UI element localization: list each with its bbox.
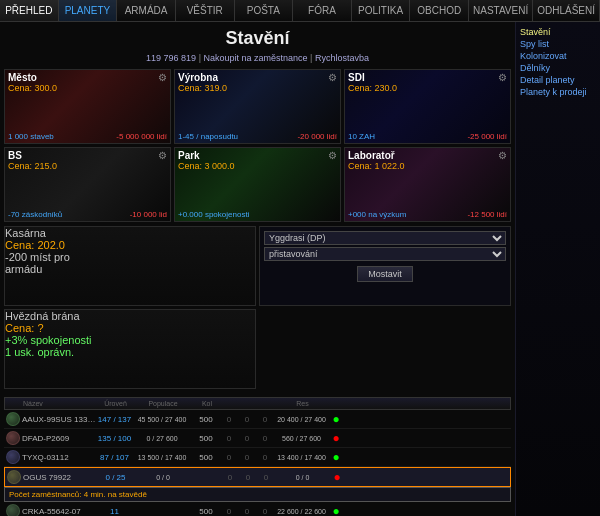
planet-z1: 0 bbox=[220, 507, 238, 516]
planet-icon bbox=[6, 431, 20, 445]
building-price: Cena: 1 022.0 bbox=[348, 161, 507, 171]
building-price: Cena: 230.0 bbox=[348, 83, 507, 93]
table-row[interactable]: OGUS 79922 0 / 25 0 / 0 0 0 0 0 / 0 ● bbox=[4, 467, 511, 487]
navigation-bar: PŘEHLEDPLANETYARMÁDAVĚŠTIRPOŠTAFÓRAPOLIT… bbox=[0, 0, 600, 22]
planet-status: ● bbox=[329, 450, 343, 464]
building-level: -70 záskodníků bbox=[8, 210, 62, 219]
planet-z2: 0 bbox=[238, 507, 256, 516]
sidebar-link-dělníky[interactable]: Dělníky bbox=[518, 62, 598, 74]
planet-icon bbox=[6, 504, 20, 516]
building-price: Cena: 3 000.0 bbox=[178, 161, 337, 171]
fast-build-link[interactable]: Rychlostavba bbox=[315, 53, 369, 63]
planet-status: ● bbox=[329, 504, 343, 516]
barracks-card[interactable]: Kasárna Cena: 202.0 -200 míst pro armádu bbox=[4, 226, 256, 306]
gate-card[interactable]: Hvězdná brána Cena: ? +3% spokojenosti 1… bbox=[4, 309, 256, 389]
sidebar-link-spy-list[interactable]: Spy list bbox=[518, 38, 598, 50]
building-level: +0.000 spokojenosti bbox=[178, 210, 249, 219]
building-level: 1 000 staveb bbox=[8, 132, 54, 141]
planet-name: DFAD-P2609 bbox=[22, 434, 97, 443]
nav-item-fóra[interactable]: FÓRA bbox=[293, 0, 352, 21]
planet-res: 20 400 / 27 400 bbox=[274, 416, 329, 423]
building-card-5[interactable]: Laboratoř Cena: 1 022.0 ⚙ +000 na výzkum… bbox=[344, 147, 511, 222]
planet-level: 135 / 100 bbox=[97, 434, 132, 443]
planet-icon bbox=[6, 412, 20, 426]
build-button[interactable]: Mostavit bbox=[357, 266, 413, 282]
building-name: SDI bbox=[348, 72, 507, 83]
breadcrumb: 119 796 819 | Nakoupit na zaměstnance | … bbox=[0, 53, 515, 63]
nav-item-věštir[interactable]: VĚŠTIR bbox=[176, 0, 235, 21]
planet-col1: 500 bbox=[192, 415, 220, 424]
planet-pop: 45 500 / 27 400 bbox=[132, 416, 192, 423]
planet-status: ● bbox=[329, 412, 343, 426]
building-card-3[interactable]: BS Cena: 215.0 ⚙ -70 záskodníků -10 000 … bbox=[4, 147, 171, 222]
table-row[interactable]: CRKA-55642-07 11 500 0 0 0 22 600 / 22 6… bbox=[4, 502, 511, 516]
buildings-grid: Město Cena: 300.0 ⚙ 1 000 staveb -5 000 … bbox=[0, 67, 515, 224]
planet-name: TYXQ-03112 bbox=[22, 453, 97, 462]
building-card-1[interactable]: Výrobna Cena: 319.0 ⚙ 1-45 / naposudtu -… bbox=[174, 69, 341, 144]
sidebar-link-stavění[interactable]: Stavění bbox=[518, 26, 598, 38]
sidebar-link-detail-planety[interactable]: Detail planety bbox=[518, 74, 598, 86]
sidebar-links: StavěníSpy listKolonizovatDělníkyDetail … bbox=[518, 26, 598, 98]
barracks-name: Kasárna bbox=[5, 227, 255, 239]
gate-effect: +3% spokojenosti 1 usk. oprávn. bbox=[5, 334, 255, 358]
planet-pop: 13 500 / 17 400 bbox=[132, 454, 192, 461]
left-panel: Stavění 119 796 819 | Nakoupit na zaměst… bbox=[0, 22, 515, 516]
sidebar-link-kolonizovat[interactable]: Kolonizovat bbox=[518, 50, 598, 62]
planet-z1: 0 bbox=[221, 473, 239, 482]
table-header: Název Úroveň Populace Kol Res bbox=[4, 397, 511, 410]
main-content: Stavění 119 796 819 | Nakoupit na zaměst… bbox=[0, 22, 600, 516]
planet-z3: 0 bbox=[256, 415, 274, 424]
status-indicator: ● bbox=[332, 431, 339, 445]
building-card-2[interactable]: SDI Cena: 230.0 ⚙ 10 ZAH -25 000 lidí bbox=[344, 69, 511, 144]
planet-res: 13 400 / 17 400 bbox=[274, 454, 329, 461]
page-title: Stavění bbox=[0, 22, 515, 53]
planet-z1: 0 bbox=[220, 434, 238, 443]
planet-res: 22 600 / 22 600 bbox=[274, 508, 329, 515]
building-price: Cena: 300.0 bbox=[8, 83, 167, 93]
planet-z3: 0 bbox=[256, 507, 274, 516]
planet-z2: 0 bbox=[239, 473, 257, 482]
building-card-0[interactable]: Město Cena: 300.0 ⚙ 1 000 staveb -5 000 … bbox=[4, 69, 171, 144]
building-level: 1-45 / naposudtu bbox=[178, 132, 238, 141]
planet-z1: 0 bbox=[220, 415, 238, 424]
nav-item-obchod[interactable]: OBCHOD bbox=[410, 0, 469, 21]
building-card-4[interactable]: Park Cena: 3 000.0 ⚙ +0.000 spokojenosti bbox=[174, 147, 341, 222]
nav-item-přehled[interactable]: PŘEHLED bbox=[0, 0, 59, 21]
sidebar-link-planety-k-prodeji[interactable]: Planety k prodeji bbox=[518, 86, 598, 98]
planet-name: CRKA-55642-07 bbox=[22, 507, 97, 516]
status-indicator: ● bbox=[332, 412, 339, 426]
planets-tbody: AAUX-99SUS 133551.95 147 / 137 45 500 / … bbox=[4, 410, 511, 516]
building-price: Cena: 215.0 bbox=[8, 161, 167, 171]
planet-name: AAUX-99SUS 133551.95 bbox=[22, 415, 97, 424]
buy-workers-link[interactable]: Nakoupit na zaměstnance bbox=[203, 53, 307, 63]
building-effect: -10 000 lid bbox=[130, 210, 167, 219]
table-row[interactable]: AAUX-99SUS 133551.95 147 / 137 45 500 / … bbox=[4, 410, 511, 429]
planet-name: OGUS 79922 bbox=[23, 473, 98, 482]
planet-z3: 0 bbox=[256, 453, 274, 462]
planet-level: 87 / 107 bbox=[97, 453, 132, 462]
credits-display[interactable]: 119 796 819 bbox=[146, 53, 196, 63]
planet-res: 0 / 0 bbox=[275, 474, 330, 481]
barracks-price: Cena: 202.0 bbox=[5, 239, 255, 251]
planet-z3: 0 bbox=[256, 434, 274, 443]
action-select[interactable]: přistavování bbox=[264, 247, 506, 261]
gate-name: Hvězdná brána bbox=[5, 310, 255, 322]
building-name: Město bbox=[8, 72, 167, 83]
building-effect: -25 000 lidí bbox=[467, 132, 507, 141]
nav-item-nastavení[interactable]: NASTAVENÍ bbox=[469, 0, 533, 21]
nav-item-armáda[interactable]: ARMÁDA bbox=[117, 0, 176, 21]
building-name: Laboratoř bbox=[348, 150, 507, 161]
nav-item-odhlášení[interactable]: ODHLÁŠENÍ bbox=[533, 0, 600, 21]
nav-item-planety[interactable]: PLANETY bbox=[59, 0, 118, 21]
planet-icon bbox=[7, 470, 21, 484]
planet-select[interactable]: Yggdrasi (DP) bbox=[264, 231, 506, 245]
table-row[interactable]: DFAD-P2609 135 / 100 0 / 27 600 500 0 0 … bbox=[4, 429, 511, 448]
nav-item-pošta[interactable]: POŠTA bbox=[235, 0, 294, 21]
right-sidebar: StavěníSpy listKolonizovatDělníkyDetail … bbox=[515, 22, 600, 516]
nav-item-politika[interactable]: POLITIKA bbox=[352, 0, 411, 21]
planet-z1: 0 bbox=[220, 453, 238, 462]
table-row[interactable]: TYXQ-03112 87 / 107 13 500 / 17 400 500 … bbox=[4, 448, 511, 467]
planet-level: 11 bbox=[97, 507, 132, 516]
planet-pop: 0 / 0 bbox=[133, 474, 193, 481]
building-effect: -12 500 lidí bbox=[467, 210, 507, 219]
